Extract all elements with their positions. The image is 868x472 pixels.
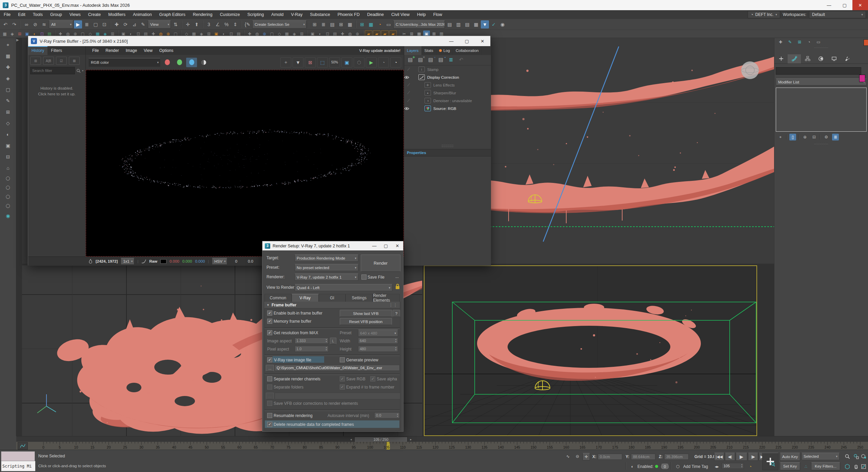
- isolate-icon[interactable]: ⬡: [354, 57, 364, 68]
- vfb-channel-dropdown[interactable]: RGB color▾: [88, 58, 160, 67]
- snaps-toggle-icon[interactable]: 3: [205, 20, 213, 29]
- z-coordinate-field[interactable]: 35.396cm: [664, 454, 689, 460]
- select-move-icon[interactable]: ✚: [113, 20, 121, 29]
- object-name-field[interactable]: [776, 67, 861, 75]
- dock-tab-stats[interactable]: Stats: [422, 46, 436, 55]
- view-to-render-dropdown[interactable]: Quad 4 - Left▾: [295, 284, 392, 291]
- tab-display[interactable]: [827, 54, 841, 63]
- left-toolbar-icon[interactable]: ⌖: [4, 41, 12, 49]
- preset-resolution-dropdown[interactable]: 640 x 480▾: [358, 329, 398, 337]
- counter-badge[interactable]: 0: [660, 464, 669, 470]
- import-icon[interactable]: ▦: [472, 20, 480, 29]
- menu-flow[interactable]: Flow: [430, 10, 446, 19]
- menu-group[interactable]: Group: [46, 10, 66, 19]
- vfb-maximize-icon[interactable]: ▢: [459, 36, 475, 46]
- rsd-tab-render-elements[interactable]: Render Elements: [373, 294, 400, 302]
- frame-stamp-icon[interactable]: ▣: [341, 57, 352, 68]
- generate-preview-checkbox[interactable]: [340, 357, 345, 362]
- menu-v-ray[interactable]: V-Ray: [287, 10, 306, 19]
- resumable-rendering-checkbox[interactable]: [267, 413, 272, 418]
- zoom-level-icon[interactable]: 50%: [329, 57, 340, 68]
- menu-arnold[interactable]: Arnold: [268, 10, 287, 19]
- lock-stack-icon[interactable]: ▯: [789, 134, 796, 140]
- next-key-icon[interactable]: ▸: [410, 438, 412, 441]
- select-rotate-icon[interactable]: ⟳: [121, 20, 130, 29]
- vfb-menu-file[interactable]: File: [89, 46, 102, 55]
- select-object-icon[interactable]: ▶: [74, 20, 82, 29]
- project-folder-dropdown[interactable]: C:\Users\koy...3ds Max 2026▾: [393, 20, 445, 29]
- named-selection-set-dropdown[interactable]: Create Selection Se▾: [252, 20, 307, 29]
- y-coordinate-field[interactable]: 88.644cm: [631, 454, 655, 460]
- x-coordinate-field[interactable]: 0.0cm: [598, 454, 622, 460]
- use-pivot-center-icon[interactable]: ⇅: [172, 20, 180, 29]
- curve-editor-icon[interactable]: ⊞: [358, 20, 366, 29]
- edit-named-selection-icon[interactable]: {✎: [243, 20, 252, 29]
- layer-row-sharpen-blur[interactable]: ⟋▲Sharpen/Blur: [404, 89, 491, 97]
- save-scene-icon[interactable]: ▼: [481, 20, 489, 29]
- vfb-minimize-icon[interactable]: —: [443, 36, 459, 46]
- menu-edit[interactable]: Edit: [14, 10, 29, 19]
- menu-tools[interactable]: Tools: [29, 10, 46, 19]
- vfb-menu-image[interactable]: Image: [123, 46, 140, 55]
- image-aspect-spinner[interactable]: 1.333▲▼: [295, 338, 329, 344]
- spinner-snap-icon[interactable]: ⇕: [231, 20, 239, 29]
- vray-toolbar-icon[interactable]: ◉: [4, 212, 12, 220]
- pixel-aspect-spinner[interactable]: 1.0▲▼: [295, 346, 329, 352]
- key-selection-set-dropdown[interactable]: Selected▾: [802, 453, 840, 460]
- memory-fb-checkbox[interactable]: ✓: [267, 319, 272, 324]
- green-channel-icon[interactable]: [174, 58, 185, 67]
- menu-substance[interactable]: Substance: [306, 10, 334, 19]
- time-slider-handle[interactable]: ◂105 / 250▸: [354, 437, 408, 442]
- expand-frame-checkbox[interactable]: ✓: [340, 384, 345, 390]
- keyboard-shortcut-override-icon[interactable]: ⬆: [193, 20, 201, 29]
- red-channel-icon[interactable]: [162, 58, 173, 67]
- save-image-icon[interactable]: ▼: [293, 57, 303, 68]
- eye-off-icon[interactable]: ⟋: [404, 98, 413, 103]
- tab-modify[interactable]: [788, 54, 801, 63]
- align-icon[interactable]: ≣: [319, 20, 328, 29]
- panel-toolbar-icon[interactable]: ▭: [815, 39, 822, 45]
- eye-off-icon[interactable]: ⟋: [404, 67, 413, 72]
- vfb-close-icon[interactable]: ✕: [475, 36, 490, 46]
- vfb-menu-render[interactable]: Render: [102, 46, 122, 55]
- vfb-menu-view[interactable]: View: [141, 46, 156, 55]
- hsv-dropdown[interactable]: HSV▾: [212, 258, 227, 265]
- selection-lock-icon[interactable]: ⊝: [573, 453, 582, 460]
- history-set-icon[interactable]: ☑: [56, 57, 67, 65]
- rectangular-selection-icon[interactable]: ▢: [92, 20, 100, 29]
- select-manipulate-icon[interactable]: ✛: [184, 20, 192, 29]
- enable-builtin-fb-checkbox[interactable]: ✓: [267, 310, 272, 316]
- set-keys-button[interactable]: [762, 453, 778, 470]
- separate-folders-checkbox[interactable]: [267, 384, 272, 390]
- selection-filter-dropdown[interactable]: All▾: [49, 20, 73, 29]
- add-time-tag[interactable]: Add Time Tag: [683, 464, 708, 469]
- mini-curve-editor-button[interactable]: [18, 442, 28, 450]
- vfb-render-image[interactable]: [86, 70, 404, 257]
- height-spinner[interactable]: 480▲▼: [358, 346, 398, 352]
- menu-help[interactable]: Help: [413, 10, 430, 19]
- rsd-minimize-icon[interactable]: —: [369, 241, 380, 250]
- browse-folder-button[interactable]: ...: [266, 393, 274, 399]
- material-editor-icon[interactable]: ◔: [376, 20, 384, 29]
- rollout-header-frame-buffer[interactable]: ▼Frame buffer⋮⋮: [264, 302, 400, 308]
- save-alpha-checkbox[interactable]: ✓: [370, 376, 375, 381]
- panel-toolbar-icon[interactable]: ✎: [787, 39, 793, 45]
- vfb-tab-history[interactable]: History: [28, 46, 47, 55]
- panel-toolbar-icon[interactable]: ✚: [777, 39, 784, 45]
- layer-row-stamp[interactable]: ⟋iStamp: [404, 65, 491, 73]
- history-remove-icon[interactable]: ⊠: [69, 57, 80, 65]
- region-render-icon[interactable]: ⬚: [317, 57, 328, 68]
- current-frame-field[interactable]: 105▲▼: [722, 463, 744, 469]
- rsd-tab-v-ray[interactable]: V-Ray: [292, 294, 319, 302]
- pixel-zoom-dropdown[interactable]: 1x1▾: [121, 258, 134, 265]
- left-toolbar-icon[interactable]: ◇: [4, 119, 12, 127]
- dock-tab-collaboration[interactable]: Collaboration: [453, 46, 482, 55]
- link-icon[interactable]: ∞: [22, 20, 31, 29]
- panel-toolbar-icon[interactable]: ◔: [806, 39, 812, 45]
- tab-motion[interactable]: [814, 54, 827, 63]
- menu-civil-view[interactable]: Civil View: [388, 10, 413, 19]
- zoom-extents-icon[interactable]: [843, 463, 852, 470]
- raw-path-field[interactable]: Q:\Sycom_CM\AE\Shot\Cut06\Water_04\Water…: [275, 365, 400, 371]
- remove-modifier-icon[interactable]: ⊟: [811, 134, 817, 140]
- spiral-icon[interactable]: ◉: [498, 20, 507, 29]
